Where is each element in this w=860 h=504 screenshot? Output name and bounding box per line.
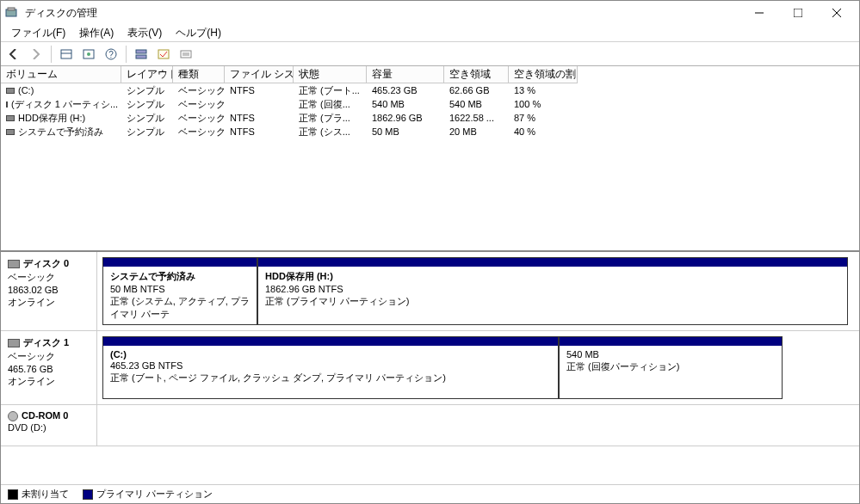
disk-row: ディスク 1ベーシック465.76 GBオンライン(C:)465.23 GB N… <box>1 331 859 405</box>
cell-type: ベーシック <box>173 97 225 111</box>
window-title: ディスクの管理 <box>22 6 739 21</box>
disk-size: 465.76 GB <box>8 364 90 374</box>
volume-row[interactable]: システムで予約済みシンプルベーシックNTFS正常 (シス...50 MB20 M… <box>1 125 859 138</box>
back-button[interactable] <box>4 45 23 64</box>
legend-unallocated: 未割り当て <box>8 488 69 501</box>
cell-freepct: 40 % <box>509 125 578 138</box>
maximize-button[interactable] <box>778 3 817 23</box>
disk-type: ベーシック <box>8 271 90 284</box>
cell-filesystem: NTFS <box>225 125 294 138</box>
view-top-button[interactable] <box>57 45 76 64</box>
partition-name: HDD保存用 (H:) <box>265 270 840 283</box>
cell-status: 正常 (プラ... <box>294 111 367 125</box>
header-status[interactable]: 状態 <box>294 66 367 83</box>
partition[interactable]: 540 MB正常 (回復パーティション) <box>559 336 783 399</box>
disk-info[interactable]: CD-ROM 0DVD (D:) <box>1 405 97 446</box>
legend: 未割り当て プライマリ パーティション <box>1 484 859 503</box>
menu-action[interactable]: 操作(A) <box>72 24 121 42</box>
disk-row: ディスク 0ベーシック1863.02 GBオンラインシステムで予約済み50 MB… <box>1 252 859 331</box>
cell-freepct: 100 % <box>509 97 578 111</box>
svg-rect-14 <box>158 50 169 58</box>
svg-rect-3 <box>794 9 802 17</box>
cell-capacity: 540 MB <box>367 97 444 111</box>
legend-unallocated-label: 未割り当て <box>22 489 69 499</box>
cell-volume: システムで予約済み <box>1 125 121 138</box>
menu-view[interactable]: 表示(V) <box>121 24 169 42</box>
svg-rect-13 <box>136 55 146 58</box>
cell-layout: シンプル <box>121 97 173 111</box>
cell-filesystem: NTFS <box>225 83 294 97</box>
toolbar: ? <box>1 42 859 66</box>
partition-body: HDD保存用 (H:)1862.96 GB NTFS正常 (プライマリ パーティ… <box>258 267 847 324</box>
cell-freepct: 13 % <box>509 83 578 97</box>
partition-status: 正常 (回復パーティション) <box>566 360 775 373</box>
disk-partitions: (C:)465.23 GB NTFS正常 (ブート, ページ ファイル, クラッ… <box>97 331 859 404</box>
refresh-button[interactable] <box>79 45 98 64</box>
partition-body: 540 MB正常 (回復パーティション) <box>560 346 782 398</box>
settings-button[interactable] <box>154 45 173 64</box>
volume-row[interactable]: (C:)シンプルベーシックNTFS正常 (ブート...465.23 GB62.6… <box>1 83 859 97</box>
svg-text:?: ? <box>108 50 114 59</box>
volume-row[interactable]: HDD保存用 (H:)シンプルベーシックNTFS正常 (プラ...1862.96… <box>1 111 859 125</box>
partition-stripe <box>258 258 847 267</box>
volume-icon <box>6 129 15 135</box>
disk-status: オンライン <box>8 375 90 388</box>
unallocated-swatch <box>8 489 18 500</box>
menubar: ファイル(F) 操作(A) 表示(V) ヘルプ(H) <box>1 25 859 42</box>
header-freepct[interactable]: 空き領域の割... <box>509 66 578 83</box>
more-actions-button[interactable] <box>176 45 195 64</box>
volume-row[interactable]: (ディスク 1 パーティシ...シンプルベーシック正常 (回復...540 MB… <box>1 97 859 111</box>
cell-filesystem <box>225 97 294 111</box>
header-free[interactable]: 空き領域 <box>444 66 509 83</box>
disk-name: ディスク 0 <box>8 257 90 270</box>
cell-type: ベーシック <box>173 111 225 125</box>
cell-freepct: 87 % <box>509 111 578 125</box>
disk-partitions <box>97 405 859 446</box>
partition-size: 540 MB <box>566 349 775 360</box>
partition[interactable]: HDD保存用 (H:)1862.96 GB NTFS正常 (プライマリ パーティ… <box>257 257 848 325</box>
header-volume[interactable]: ボリューム <box>1 66 121 83</box>
menu-help[interactable]: ヘルプ(H) <box>169 24 228 42</box>
volume-table-header: ボリューム レイアウト 種類 ファイル システム 状態 容量 空き領域 空き領域… <box>1 66 859 83</box>
cell-volume: (ディスク 1 パーティシ... <box>1 97 121 111</box>
disk-graphical-view: ディスク 0ベーシック1863.02 GBオンラインシステムで予約済み50 MB… <box>1 252 859 484</box>
header-layout[interactable]: レイアウト <box>121 66 173 83</box>
header-capacity[interactable]: 容量 <box>367 66 444 83</box>
disk-info[interactable]: ディスク 0ベーシック1863.02 GBオンライン <box>1 252 97 330</box>
header-filesystem[interactable]: ファイル システム <box>225 66 294 83</box>
close-button[interactable] <box>817 3 856 23</box>
cell-status: 正常 (回復... <box>294 97 367 111</box>
titlebar: ディスクの管理 <box>1 1 859 25</box>
disk-status: オンライン <box>8 296 90 309</box>
disk-icon <box>8 339 20 347</box>
header-type[interactable]: 種類 <box>173 66 225 83</box>
partition[interactable]: (C:)465.23 GB NTFS正常 (ブート, ページ ファイル, クラッ… <box>102 336 559 399</box>
disk-management-window: ディスクの管理 ファイル(F) 操作(A) 表示(V) ヘルプ(H) ? <box>0 0 860 504</box>
primary-swatch <box>83 489 93 500</box>
partition-status: 正常 (プライマリ パーティション) <box>265 295 840 308</box>
disk-size: 1863.02 GB <box>8 285 90 295</box>
svg-rect-12 <box>136 50 146 53</box>
cell-free: 20 MB <box>444 125 509 138</box>
partition-name: システムで予約済み <box>110 270 250 283</box>
cell-volume: (C:) <box>1 83 121 97</box>
partition-stripe <box>103 258 257 267</box>
disk-list-button[interactable] <box>132 45 151 64</box>
minimize-button[interactable] <box>739 3 778 23</box>
cell-type: ベーシック <box>173 83 225 97</box>
app-icon <box>4 6 18 20</box>
disk-name: ディスク 1 <box>8 336 90 349</box>
disk-info[interactable]: ディスク 1ベーシック465.76 GBオンライン <box>1 331 97 404</box>
partition[interactable]: システムで予約済み50 MB NTFS正常 (システム, アクティブ, プライマ… <box>102 257 257 325</box>
partition-status: 正常 (システム, アクティブ, プライマリ パーテ <box>110 295 250 321</box>
forward-button[interactable] <box>27 45 46 64</box>
help-button[interactable]: ? <box>102 45 121 64</box>
volume-table[interactable]: ボリューム レイアウト 種類 ファイル システム 状態 容量 空き領域 空き領域… <box>1 66 859 252</box>
svg-rect-6 <box>61 50 71 58</box>
volume-icon <box>6 115 15 121</box>
volume-icon <box>6 101 8 108</box>
partition-size: 50 MB NTFS <box>110 284 250 294</box>
toolbar-separator <box>51 46 52 63</box>
menu-file[interactable]: ファイル(F) <box>4 24 72 42</box>
legend-primary-label: プライマリ パーティション <box>96 489 213 499</box>
